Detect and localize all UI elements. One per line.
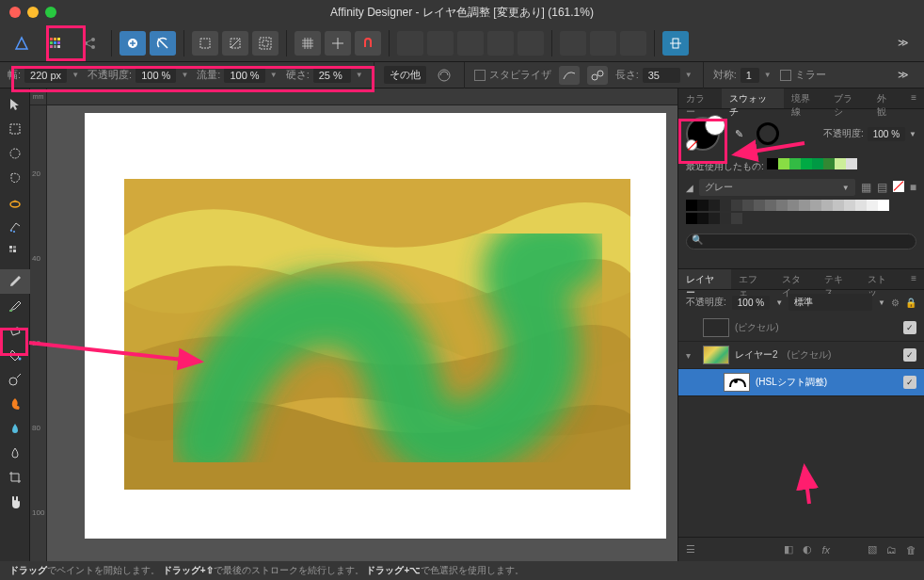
palette-swatch[interactable] [731,200,742,211]
snapping-options-button[interactable] [325,31,351,56]
primary-color-well[interactable] [686,117,720,151]
blur-tool[interactable] [0,441,30,465]
stabilizer-mode-rope-button[interactable] [559,66,580,85]
align-center-button[interactable] [662,31,689,56]
layer-thumbnail[interactable] [724,373,750,392]
mask-icon[interactable]: ◧ [784,543,793,556]
tab-appearance[interactable]: 外観 [869,89,903,108]
artboard[interactable] [85,113,666,539]
palette-swatch[interactable] [844,200,855,211]
toolbar-overflow-button[interactable]: ≫ [890,31,916,56]
grid-large-icon[interactable]: ▤ [877,181,887,194]
chevron-down-icon[interactable]: ▼ [909,130,916,138]
tab-effects[interactable]: エフェ [731,269,774,289]
stabilizer-mode-window-button[interactable] [587,66,608,85]
recent-swatch[interactable] [778,158,789,169]
arrange-4-button[interactable] [487,31,514,56]
layer-name[interactable]: (ピクセル) [735,321,779,334]
tab-styles[interactable]: スタイ [774,269,818,289]
brush-flow-field[interactable]: 流量: 100 % ▼ [197,68,278,83]
persona-pixel-button[interactable] [41,30,70,56]
mirror-checkbox[interactable]: ミラー [780,68,826,82]
ruler-vertical[interactable]: 20 40 60 80 100 [30,105,47,561]
lock-icon[interactable]: 🔒 [905,298,916,308]
recent-swatch[interactable] [846,158,857,169]
tab-color[interactable]: カラー [678,89,722,108]
palette-swatch[interactable] [686,200,697,211]
layer-row[interactable]: (ピクセル) ✓ [678,314,924,342]
pixel-tool[interactable] [0,239,30,264]
color-replace-tool[interactable] [0,294,30,318]
tab-stroke[interactable]: 境界線 [784,89,827,108]
palette-swatch[interactable] [754,200,765,211]
recent-swatch[interactable] [812,158,823,169]
chevron-down-icon[interactable]: ▼ [763,71,773,80]
fx-icon[interactable]: fx [821,544,830,556]
ruler-unit-label[interactable]: mm [30,89,47,105]
no-color-indicator[interactable] [686,139,697,151]
delete-layer-icon[interactable]: 🗑 [906,544,916,556]
palette-type-icon[interactable]: ◢ [686,183,693,193]
arrange-1-button[interactable] [397,31,423,56]
canvas-viewport[interactable] [47,105,677,561]
layer-name[interactable]: レイヤー2 [735,348,778,362]
align-1-button[interactable] [560,31,586,56]
add-pixel-layer-icon[interactable]: ▧ [868,543,877,556]
brush-width-field[interactable]: 幅: 220 px ▼ [8,68,80,83]
panel-menu-icon[interactable]: ≡ [903,89,924,108]
view-tool[interactable] [0,490,30,514]
recent-swatch[interactable] [789,158,801,169]
palette-swatch[interactable] [867,200,878,211]
tab-stock[interactable]: ストッ [860,269,903,289]
panel-menu-icon[interactable]: ≡ [903,269,924,289]
palette-swatch[interactable] [709,213,720,224]
layer-row[interactable]: (HSLシフト調整) ✓ [678,369,924,396]
palette-swatch[interactable] [821,200,833,211]
secondary-color-well[interactable] [705,115,725,136]
context-overflow-button[interactable]: ≫ [890,63,916,88]
maximize-window-button[interactable] [45,7,56,18]
layer-visibility-checkbox[interactable]: ✓ [903,321,916,334]
layer-thumbnail[interactable] [703,318,729,337]
deselect-button[interactable] [222,31,248,56]
palette-swatch[interactable] [697,200,709,211]
snapping-toggle-button[interactable] [355,31,381,56]
recent-swatch[interactable] [767,158,778,169]
crop-tool[interactable] [0,465,30,490]
brush-hardness-field[interactable]: 硬さ: 25 % ▼ [286,68,364,83]
persona-export-button[interactable] [75,30,104,56]
align-3-button[interactable] [620,31,646,56]
rect-marquee-tool[interactable] [0,117,30,141]
layer-visibility-checkbox[interactable]: ✓ [903,348,916,362]
move-tool[interactable] [0,92,30,117]
freehand-select-tool[interactable] [0,166,30,190]
tab-brushes[interactable]: ブラシ [826,89,869,108]
add-group-icon[interactable]: 🗂 [886,544,897,556]
minimize-window-button[interactable] [27,7,39,18]
stabilizer-checkbox[interactable]: スタビライザ [474,68,551,82]
canvas-area[interactable]: mm 20 40 60 80 100 [30,89,677,561]
show-grid-button[interactable] [295,31,321,56]
palette-swatch[interactable] [720,200,731,211]
palette-swatch[interactable] [799,200,810,211]
ellipse-marquee-tool[interactable] [0,141,30,166]
palette-swatch[interactable] [697,213,709,224]
add-layer-button[interactable] [119,31,146,56]
select-all-button[interactable] [192,31,218,56]
arrange-3-button[interactable] [457,31,484,56]
palette-swatch[interactable] [720,213,731,224]
palette-swatch[interactable] [765,200,776,211]
chevron-down-icon[interactable]: ▼ [71,71,80,80]
chevron-down-icon[interactable]: ▼ [269,71,279,80]
stroke-color-well[interactable] [757,122,779,145]
palette-swatch[interactable] [742,200,754,211]
palette-swatch[interactable] [833,200,844,211]
layer-thumbnail[interactable] [703,346,729,364]
chevron-down-icon[interactable]: ▼ [180,71,189,80]
fill-tool[interactable] [0,343,30,367]
quick-mask-button[interactable] [150,31,176,56]
palette-swatch[interactable] [686,213,697,224]
stabilizer-length-field[interactable]: 長さ: 35 ▼ [615,68,693,83]
recent-swatch[interactable] [801,158,812,169]
tab-layers[interactable]: レイヤー [678,269,731,289]
